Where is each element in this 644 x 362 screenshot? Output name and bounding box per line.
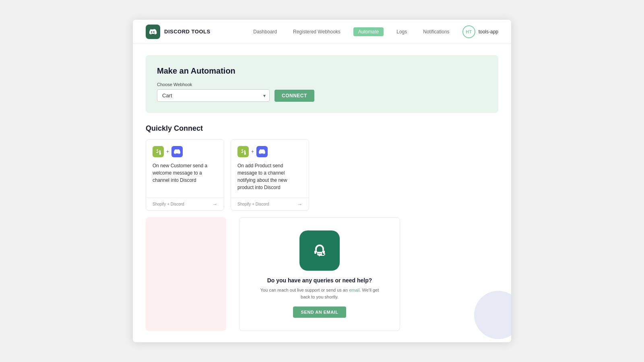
card-2-footer: Shopify + Discord → (231, 197, 309, 210)
decorative-circle (474, 291, 511, 339)
svg-rect-3 (323, 251, 325, 254)
support-icon-wrapper (299, 230, 340, 271)
nav-registered-webhooks[interactable]: Registered Webhooks (290, 27, 344, 36)
svg-point-5 (318, 253, 319, 254)
send-email-button[interactable]: SEND AN EMAIL (293, 306, 347, 318)
avatar: HT (462, 25, 475, 38)
card-2-desc: On add Product send message to a channel… (237, 162, 302, 191)
card-2-arrow: → (297, 201, 302, 207)
navbar: DISCORD TOOLS Dashboard Registered Webho… (133, 20, 511, 44)
webhook-row: Cart Orders Products Customers CONNECT (157, 89, 487, 102)
connect-button[interactable]: CONNECT (275, 90, 314, 102)
user-menu[interactable]: HT tools-app (462, 25, 498, 38)
nav-dashboard[interactable]: Dashboard (250, 27, 280, 36)
support-row: Do you have any queries or need help? Yo… (146, 217, 498, 331)
quick-connect-title: Quickly Connect (146, 124, 498, 133)
plus-1: + (166, 149, 169, 154)
nav-logs[interactable]: Logs (393, 27, 410, 36)
webhook-label: Choose Webhook (157, 82, 487, 87)
automation-section: Make an Automation Choose Webhook Cart O… (146, 55, 498, 113)
username: tools-app (479, 29, 498, 35)
shopify-icon-2 (237, 146, 249, 157)
nav-notifications[interactable]: Notifications (420, 27, 452, 36)
nav-automate[interactable]: Automate (353, 27, 384, 36)
webhook-select-wrapper: Cart Orders Products Customers (157, 89, 270, 102)
card-1-footer: Shopify + Discord → (146, 197, 224, 210)
card-1-desc: On new Customer send a welcome message t… (153, 162, 217, 184)
nav-links: Dashboard Registered Webhooks Automate L… (250, 27, 452, 36)
cards-and-support: + On new Customer send a welcome message… (146, 139, 498, 331)
discord-logo-icon (146, 25, 160, 39)
support-heading: Do you have any queries or need help? (267, 277, 372, 284)
decorative-pink-area (146, 217, 226, 331)
svg-point-7 (320, 253, 321, 254)
card-1-footer-text: Shopify + Discord (153, 202, 184, 206)
quick-cards-row: + On new Customer send a welcome message… (146, 139, 498, 211)
automation-title: Make an Automation (157, 66, 487, 76)
card-1-arrow: → (212, 201, 217, 207)
plus-2: + (251, 149, 254, 154)
shopify-icon-1 (153, 146, 164, 157)
svg-rect-2 (314, 251, 316, 254)
card-2-footer-text: Shopify + Discord (237, 202, 269, 206)
email-link[interactable]: email (349, 288, 359, 292)
support-card: Do you have any queries or need help? Yo… (239, 217, 400, 331)
support-icon (308, 239, 332, 263)
quick-card-product[interactable]: + On add Product send message to a chann… (231, 139, 309, 211)
support-desc: You can reach out live support or send u… (256, 287, 384, 300)
logo: DISCORD TOOLS (146, 25, 211, 39)
app-window: DISCORD TOOLS Dashboard Registered Webho… (133, 20, 511, 342)
quick-card-customer[interactable]: + On new Customer send a welcome message… (146, 139, 224, 211)
logo-text: DISCORD TOOLS (164, 29, 211, 35)
card-icons-1: + (153, 146, 217, 157)
discord-icon-1 (171, 146, 183, 157)
svg-point-6 (319, 253, 320, 254)
webhook-select[interactable]: Cart Orders Products Customers (157, 89, 270, 102)
discord-icon-2 (256, 146, 268, 157)
main-content: Make an Automation Choose Webhook Cart O… (133, 44, 511, 342)
card-icons-2: + (237, 146, 302, 157)
bottom-area: + On new Customer send a welcome message… (146, 139, 498, 331)
